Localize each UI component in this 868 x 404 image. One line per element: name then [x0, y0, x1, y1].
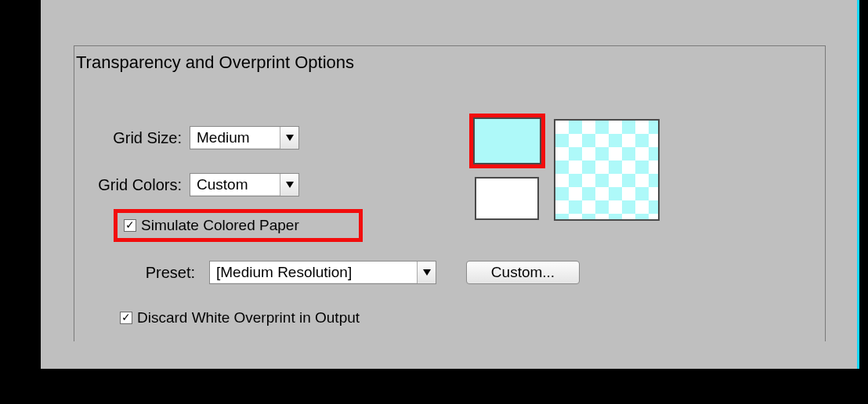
grid-color-swatch-top[interactable]: [473, 117, 541, 164]
custom-button[interactable]: Custom...: [466, 261, 580, 284]
grid-colors-label: Grid Colors:: [87, 176, 182, 194]
preset-dropdown[interactable]: [Medium Resolution]: [209, 261, 436, 284]
discard-white-overprint-checkbox[interactable]: [120, 312, 132, 324]
simulate-colored-paper-checkbox[interactable]: [124, 219, 136, 232]
chevron-down-icon: [280, 174, 298, 196]
preset-row: Preset: [Medium Resolution] Custom...: [136, 260, 580, 285]
preset-label: Preset:: [136, 264, 195, 282]
grid-color-swatch-top-highlight: [469, 114, 545, 168]
discard-row: Discard White Overprint in Output: [120, 305, 360, 330]
chevron-down-icon: [417, 262, 436, 283]
simulate-colored-paper-highlight: Simulate Colored Paper: [114, 209, 363, 242]
grid-colors-value: Custom: [197, 176, 248, 193]
grid-size-dropdown[interactable]: Medium: [190, 126, 299, 150]
svg-marker-2: [423, 269, 431, 276]
grid-size-row: Grid Size: Medium: [97, 125, 299, 150]
svg-marker-0: [286, 135, 294, 141]
simulate-colored-paper-label: Simulate Colored Paper: [141, 217, 299, 234]
transparency-grid-preview: [554, 119, 660, 221]
grid-colors-row: Grid Colors: Custom: [87, 172, 299, 197]
preset-value: [Medium Resolution]: [216, 264, 352, 281]
grid-size-value: Medium: [197, 129, 250, 146]
grid-color-swatch-bottom[interactable]: [475, 177, 539, 220]
dialog-panel: Transparency and Overprint Options Grid …: [41, 0, 859, 369]
discard-white-overprint-label: Discard White Overprint in Output: [137, 309, 360, 326]
grid-colors-dropdown[interactable]: Custom: [190, 173, 299, 197]
svg-marker-1: [286, 182, 294, 188]
chevron-down-icon: [280, 127, 298, 149]
custom-button-label: Custom...: [491, 264, 555, 281]
grid-size-label: Grid Size:: [97, 129, 182, 147]
